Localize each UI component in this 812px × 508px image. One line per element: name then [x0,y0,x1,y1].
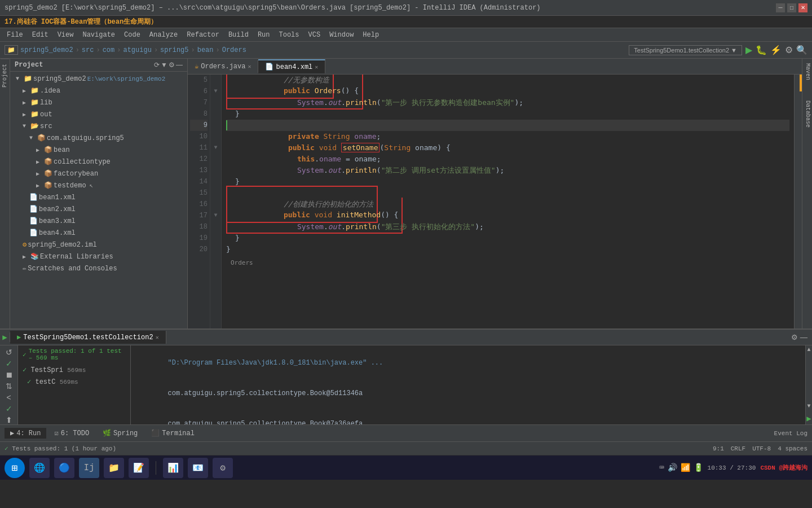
maven-tab[interactable]: Maven [802,59,812,85]
taskbar-idea[interactable]: Ij [79,458,99,478]
rerun-button[interactable]: ↺ [6,348,12,357]
tree-item-root[interactable]: ▼ 📁 spring5_demo2 E:\work\spring5_demo2 [10,73,187,85]
menu-vcs[interactable]: VCS [304,30,325,40]
tab-close-bean4[interactable]: ✕ [315,64,318,71]
scroll-up[interactable]: ▲ [807,347,810,353]
debug-button[interactable]: 🐛 [756,45,767,55]
status-position[interactable]: 9:1 [713,445,724,452]
taskbar-pinned1[interactable]: 📊 [163,458,183,478]
output-scrollbar[interactable]: ▲ ▼ ▶ [805,345,812,424]
nav-tab-spring[interactable]: 🌿 Spring [97,428,143,439]
tab-run-label: TestSpring5Demo1.testCollection2 [23,334,153,341]
minimize-button[interactable]: ─ [776,3,785,12]
tree-item-bean4xml[interactable]: 📄 bean4.xml [10,227,187,239]
minimize-panel-button[interactable]: — [176,61,183,69]
test-pass-btn[interactable]: ✓ [6,359,12,368]
coverage-button[interactable]: ⚡ [770,45,782,55]
menu-analyze[interactable]: Analyze [145,30,182,40]
line-num-11: 11 [190,142,208,154]
profile-button[interactable]: ⚙ [785,45,793,55]
export-button[interactable]: ⬆ [6,415,12,424]
status-encoding[interactable]: UTF-8 [752,445,771,452]
tree-item-collectiontype[interactable]: ▶ 📦 collectiontype [10,156,187,168]
tab-orders-java[interactable]: ☕ Orders.java ✕ [188,60,258,73]
panel-minimize-btn[interactable]: — [800,333,807,341]
menu-navigate[interactable]: Navigate [78,30,120,40]
menu-file[interactable]: File [2,30,28,40]
sync-button[interactable]: ⟳ [154,61,160,69]
menu-run[interactable]: Run [253,30,275,40]
nav-tab-terminal[interactable]: ⬛ Terminal [145,428,200,439]
taskbar-app5[interactable]: 📝 [129,458,149,478]
menu-view[interactable]: View [53,30,78,40]
nav-com[interactable]: com [103,46,115,54]
event-log-label[interactable]: Event Log [774,430,807,437]
tab-run[interactable]: ▶ TestSpring5Demo1.testCollection2 ✕ [10,331,166,344]
collapse-button[interactable]: ▼ [161,61,167,69]
menu-window[interactable]: Window [325,30,358,40]
nav-tab-run[interactable]: ▶ 4: Run [5,428,46,439]
panel-settings-btn[interactable]: ⚙ [791,333,798,341]
sys-13: System [297,166,324,174]
test-pass-icon: ✓ [23,351,27,358]
check-btn[interactable]: ✓ [6,404,12,413]
tree-item-iml[interactable]: ⚙ spring5_demo2.iml [10,239,187,251]
prev-fail-btn[interactable]: < [6,393,11,402]
menu-build[interactable]: Build [224,30,253,40]
menu-edit[interactable]: Edit [28,30,53,40]
play-circle-btn[interactable]: ▶ [806,414,811,423]
tree-item-src[interactable]: ▼ 📂 src [10,120,187,132]
tree-item-lib[interactable]: ▶ 📁 lib [10,97,187,108]
right-scrollbar[interactable] [794,75,802,329]
taskbar-pinned3[interactable]: ⚙ [213,458,233,478]
nav-bean[interactable]: bean [197,46,214,54]
tree-item-scratches[interactable]: ✏ Scratches and Consoles [10,262,187,274]
nav-tab-todo[interactable]: ☑ 6: TODO [48,428,95,439]
taskbar-ie[interactable]: 🌐 [29,458,50,478]
test-suite-item[interactable]: ✓ TestSpri 569ms [18,364,130,376]
tree-item-factorybean[interactable]: ▶ 📦 factorybean [10,168,187,179]
status-indent[interactable]: 4 spaces [778,445,807,452]
project-tab[interactable]: Project [1,59,9,92]
nav-orders[interactable]: Orders [222,46,246,54]
tree-item-bean2xml[interactable]: 📄 bean2.xml [10,203,187,215]
testdemo-icon: 📦 [44,181,52,190]
nav-spring5[interactable]: spring5 [160,46,188,54]
menu-code[interactable]: Code [120,30,145,40]
tree-item-bean[interactable]: ▶ 📦 bean [10,144,187,156]
tab-close-orders[interactable]: ✕ [248,63,251,70]
status-linesep[interactable]: CRLF [731,445,745,452]
menu-help[interactable]: Help [358,30,383,40]
taskbar-pinned2[interactable]: 📧 [188,458,208,478]
sort-button[interactable]: ⇅ [6,382,12,391]
start-button[interactable]: ⊞ [5,458,25,478]
database-tab[interactable]: Database [802,96,812,132]
tree-item-ext-libs[interactable]: ▶ 📚 External Libraries [10,251,187,262]
nav-project[interactable]: spring5_demo2 [20,46,73,54]
panel-controls: ⚙ — [791,333,812,341]
tab-bean4xml[interactable]: 📄 bean4.xml ✕ [258,59,325,73]
stop-button[interactable]: ⏹ [5,370,13,379]
settings-button[interactable]: ⚙ [169,61,175,69]
tab-run-close[interactable]: ✕ [156,334,159,341]
menu-refactor[interactable]: Refactor [182,30,224,40]
run-button[interactable]: ▶ [745,45,752,55]
close-button[interactable]: ✕ [798,3,807,12]
tree-item-package[interactable]: ▼ 📦 com.atguigu.spring5 [10,132,187,144]
tree-item-idea[interactable]: ▶ 📁 .idea [10,85,187,97]
maximize-button[interactable]: □ [787,3,796,12]
taskbar-chrome[interactable]: 🔵 [54,458,74,478]
run-config-selector[interactable]: TestSpring5Demo1.testCollection2 ▼ [629,45,742,55]
tree-item-out[interactable]: ▶ 📁 out [10,108,187,120]
test-case-item[interactable]: ✓ testC 569ms [18,376,130,387]
taskbar-file[interactable]: 📁 [104,458,124,478]
tree-item-bean1xml[interactable]: 📄 bean1.xml [10,191,187,203]
tree-item-testdemo[interactable]: ▶ 📦 testdemo ↖ [10,179,187,191]
search-button[interactable]: 🔍 [796,45,807,55]
nav-atguigu[interactable]: atguigu [123,46,151,54]
menu-tools[interactable]: Tools [275,30,304,40]
code-area[interactable]: //无参数构造 public Orders() { System.out.pri… [222,75,794,329]
scroll-down[interactable]: ▼ [807,403,810,409]
nav-src[interactable]: src [82,46,94,54]
tree-item-bean3xml[interactable]: 📄 bean3.xml [10,215,187,227]
